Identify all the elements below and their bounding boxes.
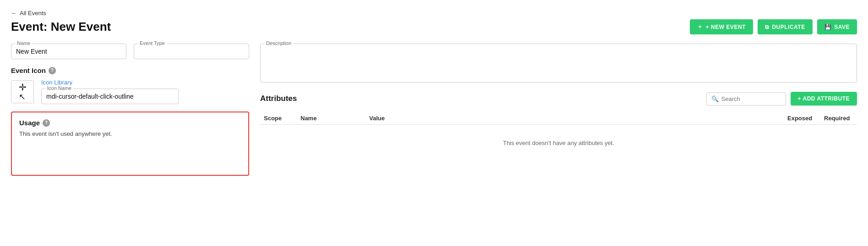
content-layout: Name Event Type Event Icon ? (11, 44, 857, 183)
event-icon-section: Event Icon ? ✛↖ Icon Library Icon Name (11, 67, 249, 104)
description-group: Description (260, 44, 857, 83)
usage-empty-text: This event isn't used anywhere yet. (19, 130, 241, 137)
description-wrapper: Description (260, 44, 857, 83)
icon-name-label: Icon Name (45, 85, 73, 91)
name-field-group: Name (11, 44, 126, 59)
back-link[interactable]: All Events (11, 10, 46, 17)
th-exposed: Exposed (784, 112, 820, 125)
attributes-actions: 🔍 + ADD ATTRIBUTE (706, 92, 857, 106)
main-page: All Events Event: New Event ＋ + NEW EVEN… (0, 0, 868, 246)
name-event-type-row: Name Event Type (11, 44, 249, 59)
icon-right: Icon Library Icon Name (41, 79, 179, 104)
usage-label: Usage ? (19, 119, 241, 127)
search-input[interactable] (721, 95, 781, 102)
description-textarea[interactable] (265, 46, 852, 78)
th-scope: Scope (260, 112, 297, 125)
page-title: Event: New Event (11, 20, 111, 34)
th-required: Required (820, 112, 857, 125)
page-header: Event: New Event ＋ + NEW EVENT ⧉ DUPLICA… (11, 19, 857, 34)
attributes-section: Attributes 🔍 + ADD ATTRIBUTE (260, 92, 857, 161)
duplicate-icon: ⧉ (765, 24, 770, 30)
icon-char: ✛↖ (19, 83, 27, 101)
icon-library-link[interactable]: Icon Library (41, 79, 179, 86)
event-type-input[interactable] (139, 46, 244, 56)
icon-preview: ✛↖ (11, 80, 34, 103)
save-icon: 💾 (824, 24, 832, 30)
attributes-header: Attributes 🔍 + ADD ATTRIBUTE (260, 92, 857, 106)
description-label: Description (264, 40, 293, 46)
header-actions: ＋ + NEW EVENT ⧉ DUPLICATE 💾 SAVE (690, 19, 857, 34)
usage-help[interactable]: ? (43, 119, 50, 127)
usage-section: Usage ? This event isn't used anywhere y… (11, 112, 249, 176)
icon-name-input[interactable] (46, 91, 174, 101)
attributes-table: Scope Name Value Exposed Required This e… (260, 112, 857, 161)
th-value: Value (366, 112, 784, 125)
event-type-label: Event Type (138, 40, 167, 46)
event-icon-help[interactable]: ? (49, 67, 56, 74)
save-button[interactable]: 💾 SAVE (817, 19, 857, 34)
name-field-wrapper: Name (11, 44, 126, 59)
attributes-empty-message: This event doesn't have any attributes y… (264, 129, 853, 157)
name-input[interactable] (16, 46, 121, 56)
back-label: All Events (20, 10, 46, 17)
icon-row: ✛↖ Icon Library Icon Name (11, 79, 249, 104)
new-event-icon: ＋ (697, 23, 703, 31)
add-attribute-button[interactable]: + ADD ATTRIBUTE (791, 92, 857, 106)
name-label: Name (15, 40, 32, 46)
icon-name-wrapper: Icon Name (41, 89, 179, 104)
right-panel: Description Attributes 🔍 + ADD ATTRIBUTE (260, 44, 857, 183)
duplicate-button[interactable]: ⧉ DUPLICATE (758, 19, 813, 34)
search-box: 🔍 (706, 92, 786, 106)
attributes-title: Attributes (260, 94, 297, 103)
new-event-button[interactable]: ＋ + NEW EVENT (690, 19, 753, 34)
search-icon: 🔍 (711, 95, 719, 102)
event-icon-label: Event Icon ? (11, 67, 249, 74)
th-name: Name (297, 112, 366, 125)
left-panel: Name Event Type Event Icon ? (11, 44, 249, 183)
event-type-field-group: Event Type (134, 44, 249, 59)
event-type-field-wrapper: Event Type (134, 44, 249, 59)
